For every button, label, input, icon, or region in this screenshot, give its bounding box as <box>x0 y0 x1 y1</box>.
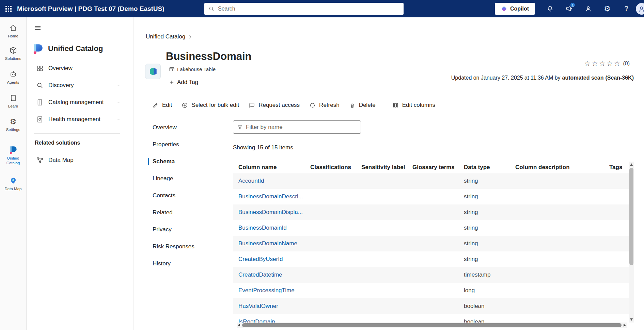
vertical-scrollbar[interactable] <box>629 162 634 323</box>
scan-link[interactable]: (Scan-36K) <box>605 75 634 81</box>
sidebar-item-discovery[interactable]: Discovery <box>27 77 133 94</box>
rail-item-learn[interactable]: Learn <box>0 89 26 113</box>
filter-input[interactable] <box>246 124 357 131</box>
column-header[interactable]: Classifications <box>305 164 356 171</box>
table-row[interactable]: HasValidOwner boolean <box>233 298 629 314</box>
star-icon <box>592 60 598 67</box>
chevron-down-icon[interactable] <box>116 83 121 88</box>
detail-tab[interactable]: Risk Responses <box>148 238 230 255</box>
detail-tab[interactable]: History <box>148 255 230 272</box>
chevron-down-icon[interactable] <box>116 117 121 122</box>
rail-item-data-map[interactable]: Data Map <box>0 170 26 197</box>
sidebar-item-health-management[interactable]: Health management <box>27 111 133 128</box>
notification-badge: 1 <box>570 2 576 8</box>
sidebar-item-catalog-management[interactable]: Catalog management <box>27 94 133 111</box>
columns-icon <box>392 102 399 109</box>
table-row[interactable]: EventProcessingTime long <box>233 283 629 298</box>
request-access-button[interactable]: Request access <box>244 99 304 111</box>
data-type-cell: long <box>458 287 510 294</box>
rail-item-settings[interactable]: Settings <box>0 113 26 137</box>
copilot-button[interactable]: Copilot <box>495 3 535 15</box>
column-name-link[interactable]: BusinessDomainDescri... <box>238 193 303 200</box>
notifications-button[interactable] <box>540 0 560 17</box>
scroll-up-arrow[interactable] <box>630 163 633 166</box>
column-name-link[interactable]: BusinessDomainName <box>238 240 297 247</box>
column-name-link[interactable]: CreatedByUserId <box>238 256 283 262</box>
asset-toolbar: Edit Select for bulk edit Request access… <box>152 99 440 111</box>
column-header[interactable]: Column name <box>233 164 305 171</box>
health-book-icon <box>36 116 44 123</box>
rating-count: (0) <box>623 61 630 67</box>
rating[interactable]: (0) <box>584 60 630 67</box>
table-row[interactable]: CreatedDatetime timestamp <box>233 267 629 283</box>
detail-tab[interactable]: Overview <box>148 119 230 136</box>
delete-button[interactable]: Delete <box>344 99 380 111</box>
column-header[interactable]: Data type <box>458 164 510 171</box>
rail-item-unified-catalog[interactable]: Unified Catalog <box>0 141 26 170</box>
settings-button[interactable] <box>598 0 617 17</box>
column-header[interactable]: Tags <box>604 164 629 171</box>
help-button[interactable] <box>617 0 636 17</box>
chevron-down-icon[interactable] <box>116 100 121 105</box>
breadcrumb-link[interactable]: Unified Catalog <box>146 33 185 40</box>
fabric-lakehouse-icon <box>148 66 158 77</box>
data-map-network-icon <box>36 156 44 164</box>
table-row[interactable]: BusinessDomainId string <box>233 220 629 236</box>
avatar[interactable] <box>636 3 644 15</box>
rail-item-home[interactable]: Home <box>0 21 26 42</box>
related-solutions-header: Related solutions <box>35 140 80 146</box>
column-name-link[interactable]: HasValidOwner <box>238 303 278 309</box>
edit-button[interactable]: Edit <box>152 99 177 111</box>
scroll-down-arrow[interactable] <box>630 318 633 321</box>
filter-box[interactable] <box>233 120 361 134</box>
edit-columns-button[interactable]: Edit columns <box>388 99 440 111</box>
unified-catalog-logo <box>32 43 44 54</box>
feedback-button[interactable] <box>579 0 598 17</box>
breadcrumb: Unified Catalog <box>146 33 192 40</box>
detail-tab[interactable]: Related <box>148 204 230 221</box>
app-launcher-button[interactable] <box>0 0 17 17</box>
detail-tab[interactable]: Privacy <box>148 221 230 238</box>
rail-item-agents[interactable]: Agents <box>0 66 26 89</box>
column-name-link[interactable]: BusinessDomainId <box>238 225 287 231</box>
column-name-cell: AccountId <box>233 178 305 184</box>
column-name-link[interactable]: AccountId <box>238 178 264 184</box>
detail-tab[interactable]: Schema <box>148 153 230 170</box>
refresh-button[interactable]: Refresh <box>304 99 344 111</box>
table-row[interactable]: CreatedByUserId string <box>233 251 629 267</box>
sidebar-item-overview[interactable]: Overview <box>27 60 133 77</box>
table-row[interactable]: BusinessDomainName string <box>233 236 629 251</box>
detail-tab[interactable]: Lineage <box>148 170 230 187</box>
chevron-right-icon <box>188 35 192 39</box>
learn-icon <box>9 94 17 102</box>
collapse-sidebar-button[interactable] <box>34 24 42 32</box>
column-header[interactable]: Glossary terms <box>407 164 458 171</box>
column-header[interactable]: Sensitivity label <box>356 164 407 171</box>
detail-tab[interactable]: Properties <box>148 136 230 153</box>
toolbar-divider <box>384 101 384 110</box>
column-name-link[interactable]: BusinessDomainDispla... <box>238 209 303 215</box>
vertical-scroll-thumb[interactable] <box>629 168 633 265</box>
sidebar-item-data-map[interactable]: Data Map <box>27 152 133 169</box>
scroll-left-arrow[interactable] <box>238 324 240 327</box>
whats-new-button[interactable]: 1 <box>560 0 579 17</box>
horizontal-scroll-thumb[interactable] <box>242 323 622 327</box>
add-circle-icon <box>182 102 188 109</box>
table-row[interactable]: BusinessDomainDispla... string <box>233 204 629 220</box>
rail-item-solutions[interactable]: Solutions <box>0 42 26 66</box>
global-search[interactable] <box>204 3 404 15</box>
search-input[interactable] <box>218 6 399 12</box>
copilot-icon <box>501 6 507 12</box>
add-tag-button[interactable]: Add Tag <box>169 79 198 86</box>
detail-tab[interactable]: Contacts <box>148 187 230 204</box>
column-name-link[interactable]: CreatedDatetime <box>238 271 282 278</box>
horizontal-scrollbar[interactable] <box>237 323 627 328</box>
column-name-link[interactable]: EventProcessingTime <box>238 287 295 294</box>
scroll-right-arrow[interactable] <box>624 324 626 327</box>
table-row[interactable]: AccountId string <box>233 173 629 189</box>
bulk-edit-button[interactable]: Select for bulk edit <box>177 99 244 111</box>
table-row[interactable]: IsRootDomain boolean <box>233 314 629 323</box>
column-header[interactable]: Column description <box>510 164 604 171</box>
column-name-link[interactable]: IsRootDomain <box>238 318 275 323</box>
table-row[interactable]: BusinessDomainDescri... string <box>233 189 629 204</box>
